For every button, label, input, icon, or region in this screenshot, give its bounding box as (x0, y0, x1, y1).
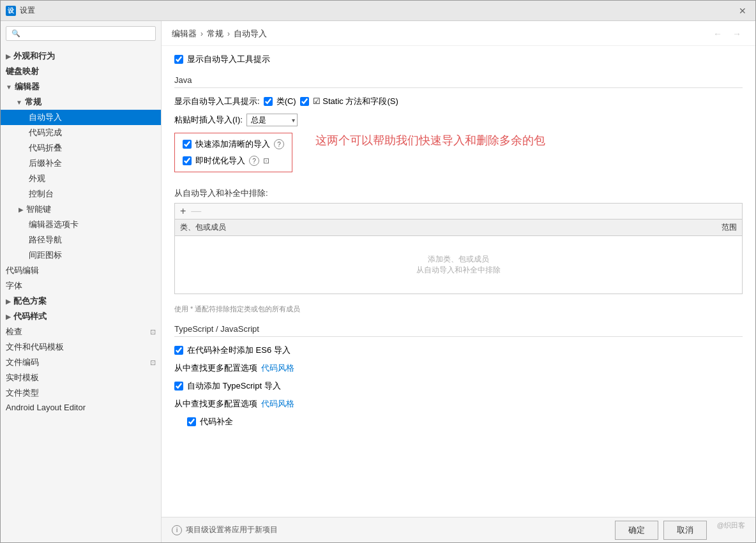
exclusion-section: 从自动导入和补全中排除: + — 类、包或成员 范围 (174, 188, 743, 294)
exclusion-table: 类、包或成员 范围 添加类、包或成员 从自动导入和补全中排除 (174, 219, 743, 294)
col-scope: 范围 (692, 219, 743, 236)
sidebar-item-appearance2[interactable]: 外观 (1, 171, 161, 186)
table-empty-cell: 添加类、包或成员 从自动导入和补全中排除 (175, 236, 743, 294)
arrow-right-icon2: ▶ (6, 298, 11, 305)
sidebar-item-livetemplates[interactable]: 实时模板 (1, 370, 161, 385)
copy-icon[interactable]: ⊡ (263, 156, 269, 165)
close-button[interactable]: ✕ (735, 3, 750, 19)
sidebar-item-colorscheme[interactable]: ▶ 配色方案 (1, 294, 161, 309)
arrow-down-icon: ▼ (6, 84, 12, 91)
bottom-bar: i 项目级设置将应用于新项目 确定 取消 @织田客 (162, 517, 755, 542)
java-static-checkbox[interactable] (300, 97, 309, 106)
sidebar-item-editor[interactable]: ▼ 编辑器 (1, 79, 161, 94)
ts-codefill-checkbox[interactable] (187, 417, 196, 426)
exclusion-label: 从自动导入和补全中排除: (174, 188, 743, 199)
ts-link1-prefix: 从中查找更多配置选项 (174, 362, 257, 374)
paste-import-dropdown-wrap: 总是 询问 从不 (246, 114, 298, 126)
java-show-hints-label: 显示自动导入工具提示: (174, 96, 260, 107)
ts-link2-prefix: 从中查找更多配置选项 (174, 398, 257, 410)
ts-auto-checkbox[interactable] (174, 382, 183, 391)
sidebar-item-androidlayout[interactable]: Android Layout Editor (1, 401, 161, 414)
sidebar-item-codeediting[interactable]: 代码编辑 (1, 263, 161, 278)
sidebar-item-smartkeys[interactable]: ▶ 智能键 (1, 202, 161, 217)
quick-add-row: 快速添加清晰的导入 ? (183, 138, 284, 150)
quick-add-checkbox[interactable] (183, 140, 192, 149)
sidebar-item-keymap[interactable]: 键盘映射 (1, 64, 161, 79)
sidebar-item-general[interactable]: ▼ 常规 (1, 94, 161, 110)
optimize-help-icon[interactable]: ? (249, 156, 259, 166)
nav-buttons: ← → (709, 27, 745, 40)
sidebar-item-editortabs[interactable]: 编辑器选项卡 (1, 217, 161, 232)
ts-auto-row: 自动添加 TypeScript 导入 (174, 380, 743, 392)
annotation-text: 这两个可以帮助我们快速导入和删除多余的包 (315, 133, 545, 148)
main-content: 🔍 ▶ 外观和行为 键盘映射 ▼ 编辑器 ▼ (1, 21, 755, 542)
search-box[interactable]: 🔍 (6, 26, 156, 41)
breadcrumb: 编辑器 › 常规 › 自动导入 ← → (162, 21, 755, 46)
breadcrumb-part1: 编辑器 (172, 28, 197, 40)
ts-codefill-label: 代码补全 (200, 416, 233, 428)
sidebar-item-filetemplates[interactable]: 文件和代码模板 (1, 339, 161, 355)
inspections-badge: ⊡ (150, 328, 156, 336)
table-add-button[interactable]: + (180, 206, 186, 216)
sidebar-item-autoimport[interactable]: 自动导入 (1, 110, 161, 125)
arrow-right-icon3: ▶ (6, 313, 11, 320)
search-icon: 🔍 (11, 29, 20, 38)
sidebar-item-codecompletion[interactable]: 代码完成 (1, 125, 161, 140)
sidebar-item-guttericons[interactable]: 间距图标 (1, 248, 161, 263)
hint-text: 使用 * 通配符排除指定类或包的所有成员 (174, 304, 743, 314)
breadcrumb-arrow2: › (227, 29, 230, 38)
nav-back-button[interactable]: ← (709, 27, 726, 40)
show-hints-checkbox[interactable] (174, 55, 183, 64)
sidebar-item-pathnav[interactable]: 路径导航 (1, 232, 161, 248)
breadcrumb-part2: 常规 (207, 28, 223, 40)
arrow-right-icon: ▶ (19, 206, 24, 213)
paste-import-dropdown[interactable]: 总是 询问 从不 (246, 114, 298, 126)
bottom-info-text: 项目级设置将应用于新项目 (186, 524, 278, 535)
sidebar-item-appearance[interactable]: ▶ 外观和行为 (1, 48, 161, 64)
table-remove-button[interactable]: — (191, 206, 201, 216)
ts-es6-label: 在代码补全时添加 ES6 导入 (187, 345, 291, 356)
ts-es6-checkbox[interactable] (174, 346, 183, 355)
sidebar-item-console[interactable]: 控制台 (1, 186, 161, 202)
java-hints-row: 显示自动导入工具提示: 类(C) ☑ Static 方法和字段(S) (174, 96, 743, 107)
ts-codefill-row: 代码补全 (174, 416, 743, 428)
highlight-box: 快速添加清晰的导入 ? 即时优化导入 ? ⊡ (174, 133, 292, 172)
ts-section: TypeScript / JavaScript 在代码补全时添加 ES6 导入 … (174, 324, 743, 428)
java-class-checkbox[interactable] (264, 97, 273, 106)
breadcrumb-part3: 自动导入 (234, 28, 267, 40)
sidebar-item-postfix[interactable]: 后缀补全 (1, 156, 161, 171)
bottom-info: i 项目级设置将应用于新项目 (172, 524, 278, 535)
settings-window: 设 设置 ✕ 🔍 ▶ 外观和行为 键盘映射 ▼ (0, 0, 756, 543)
fileencoding-badge: ⊡ (150, 359, 156, 367)
sidebar-tree: ▶ 外观和行为 键盘映射 ▼ 编辑器 ▼ 常规 (1, 46, 161, 542)
optimize-label: 即时优化导入 (195, 155, 245, 167)
sidebar-item-font[interactable]: 字体 (1, 278, 161, 294)
ts-link2-row: 从中查找更多配置选项 代码风格 (174, 398, 743, 410)
col-class: 类、包或成员 (175, 219, 692, 236)
cancel-button[interactable]: 取消 (663, 521, 707, 540)
ts-link1-row: 从中查找更多配置选项 代码风格 (174, 362, 743, 374)
settings-content: 显示自动导入工具提示 Java 显示自动导入工具提示: 类(C) ☑ Stati… (162, 46, 755, 517)
sidebar-item-inspections[interactable]: 检查 ⊡ (1, 324, 161, 339)
ts-auto-label: 自动添加 TypeScript 导入 (187, 380, 281, 392)
sidebar-item-codestyle[interactable]: ▶ 代码样式 (1, 309, 161, 324)
java-static-label: ☑ Static 方法和字段(S) (313, 96, 398, 107)
quick-add-help-icon[interactable]: ? (274, 139, 284, 149)
optimize-checkbox[interactable] (183, 156, 192, 165)
quick-add-label: 快速添加清晰的导入 (195, 138, 270, 150)
ok-button[interactable]: 确定 (615, 521, 658, 540)
table-toolbar: + — (174, 203, 743, 219)
ts-link1[interactable]: 代码风格 (261, 362, 294, 374)
sidebar-item-fileencoding[interactable]: 文件编码 ⊡ (1, 355, 161, 370)
bottom-buttons: 确定 取消 @织田客 (615, 521, 745, 540)
info-icon: i (172, 525, 182, 535)
ts-link2[interactable]: 代码风格 (261, 398, 294, 410)
breadcrumb-arrow1: › (200, 29, 203, 38)
paste-import-label: 粘贴时插入导入(I): (174, 114, 243, 126)
nav-forward-button[interactable]: → (729, 27, 745, 40)
java-class-label: 类(C) (276, 96, 296, 107)
sidebar-item-filetypes[interactable]: 文件类型 (1, 385, 161, 401)
ts-section-label: TypeScript / JavaScript (174, 324, 259, 334)
paste-import-row: 粘贴时插入导入(I): 总是 询问 从不 (174, 114, 743, 126)
sidebar-item-codefolding[interactable]: 代码折叠 (1, 140, 161, 156)
